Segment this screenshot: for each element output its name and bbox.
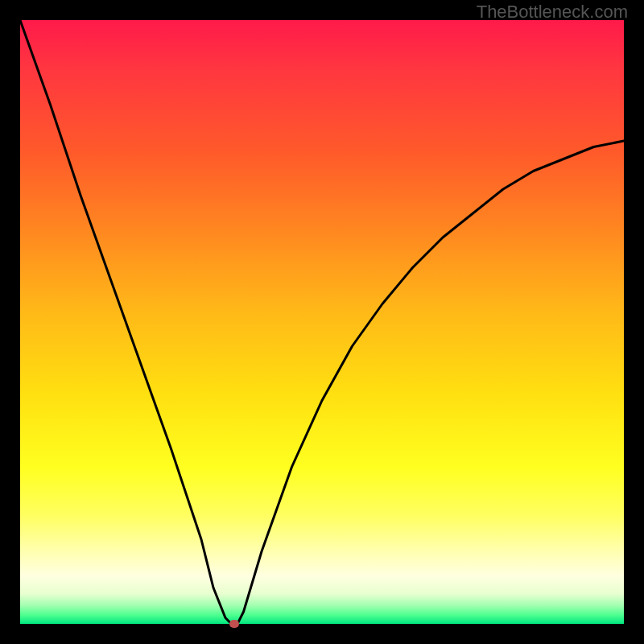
watermark-text: TheBottleneck.com [477, 2, 628, 23]
chart-plot-area [20, 20, 624, 624]
gradient-background [20, 20, 624, 624]
optimal-point-marker [229, 620, 239, 628]
